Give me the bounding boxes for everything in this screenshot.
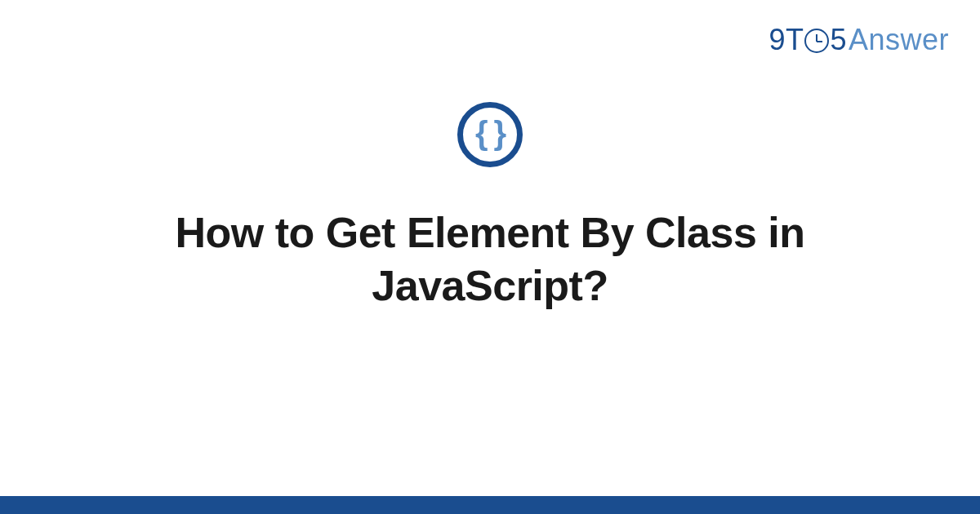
code-braces-glyph: { } xyxy=(475,117,505,149)
main-content: { } How to Get Element By Class in JavaS… xyxy=(0,102,980,312)
logo-text-5: 5 xyxy=(830,23,847,57)
logo-text-9t: 9T xyxy=(768,23,804,57)
page-title: How to Get Element By Class in JavaScrip… xyxy=(82,206,898,312)
bottom-accent-bar xyxy=(0,496,980,514)
logo-text-answer: Answer xyxy=(849,23,949,57)
clock-icon xyxy=(804,29,829,53)
site-logo: 9T 5 Answer xyxy=(768,23,949,57)
code-braces-icon: { } xyxy=(457,102,523,167)
